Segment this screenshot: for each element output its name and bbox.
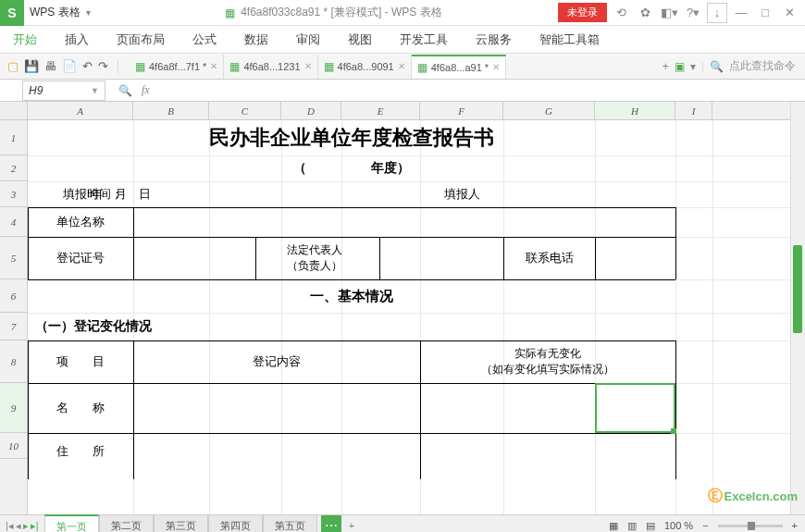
- row-header[interactable]: 3: [0, 181, 27, 207]
- row-header[interactable]: 6: [0, 279, 27, 313]
- help-icon[interactable]: ?▾: [683, 3, 703, 23]
- sheet-tab-3[interactable]: 第三页: [154, 514, 208, 532]
- col-header[interactable]: H: [595, 102, 675, 119]
- menu-review[interactable]: 审阅: [296, 31, 320, 48]
- menu-formula[interactable]: 公式: [192, 31, 217, 48]
- phone-label: 联系电话: [503, 237, 595, 279]
- name-box[interactable]: H9▼: [22, 80, 105, 101]
- app-name: WPS 表格: [24, 5, 86, 20]
- row-header[interactable]: 2: [0, 155, 27, 181]
- row-name-label: 名 称: [28, 383, 133, 433]
- row-header[interactable]: 1: [0, 120, 27, 155]
- skin-icon[interactable]: ◧▾: [659, 3, 679, 23]
- row-header[interactable]: 5: [0, 237, 27, 279]
- menu-data[interactable]: 数据: [244, 31, 268, 48]
- vertical-scrollbar[interactable]: [790, 102, 805, 514]
- sync-icon[interactable]: ⟲: [611, 3, 631, 23]
- sheet-first-icon[interactable]: |◂: [6, 520, 14, 532]
- col-header[interactable]: C: [209, 102, 281, 119]
- sheet-tab-2[interactable]: 第二页: [99, 514, 154, 532]
- window-title: ▦ 4f6a8f033c8a91 * [兼容模式] - WPS 表格: [109, 5, 558, 20]
- zoom-slider[interactable]: [718, 525, 783, 527]
- menu-tools[interactable]: 智能工具箱: [539, 31, 600, 48]
- save-icon[interactable]: 💾: [24, 59, 39, 73]
- view-layout-icon[interactable]: ▥: [627, 520, 637, 532]
- close-icon[interactable]: ✕: [398, 61, 405, 71]
- column-headers: A B C D E F G H I: [0, 102, 805, 120]
- sheet-tab-4[interactable]: 第四页: [208, 514, 263, 532]
- open-icon[interactable]: ▢: [7, 59, 19, 73]
- zoom-value[interactable]: 100 %: [664, 520, 693, 531]
- col-reg-label: 登记内容: [133, 340, 420, 383]
- scroll-thumb[interactable]: [793, 245, 802, 333]
- document-title: 4f6a8f033c8a91 * [兼容模式] - WPS 表格: [241, 5, 441, 20]
- col-header[interactable]: D: [281, 102, 341, 119]
- menu-start[interactable]: 开始: [13, 31, 37, 48]
- sheet-tab-1[interactable]: 第一页: [44, 514, 99, 533]
- add-icon[interactable]: +: [341, 520, 354, 531]
- maximize-icon[interactable]: □: [755, 3, 775, 23]
- sheet-next-icon[interactable]: ▸: [23, 520, 29, 532]
- col-header[interactable]: F: [420, 102, 503, 119]
- col-header[interactable]: A: [28, 102, 133, 119]
- watermark: ⒺExcelcn.com: [708, 487, 799, 506]
- year-label: （ 年度）: [28, 155, 675, 181]
- view-break-icon[interactable]: ▤: [646, 520, 655, 532]
- col-header[interactable]: I: [675, 102, 712, 119]
- settings-icon[interactable]: ✿: [635, 3, 655, 23]
- row-header[interactable]: 7: [0, 313, 27, 340]
- zoom-out-icon[interactable]: −: [702, 520, 708, 531]
- spreadsheet-grid[interactable]: A B C D E F G H I 1 2 3 4 5 6 7 8 9 10 民…: [0, 102, 805, 514]
- menu-view[interactable]: 视图: [348, 31, 372, 48]
- row-header[interactable]: 8: [0, 340, 27, 383]
- menu-insert[interactable]: 插入: [65, 31, 89, 48]
- sheet-last-icon[interactable]: ▸|: [31, 520, 39, 532]
- search-icon[interactable]: 🔍: [710, 60, 724, 73]
- sheet-prev-icon[interactable]: ◂: [16, 520, 21, 532]
- fx-label[interactable]: fx: [142, 83, 150, 97]
- col-header[interactable]: G: [503, 102, 595, 119]
- tab-menu-icon[interactable]: ▾: [690, 60, 696, 73]
- close-icon[interactable]: ✕: [492, 62, 500, 72]
- col-change-label: 实际有无变化（如有变化填写实际情况）: [420, 340, 675, 383]
- menu-dev[interactable]: 开发工具: [400, 31, 448, 48]
- view-normal-icon[interactable]: ▦: [609, 520, 618, 532]
- app-menu-dropdown[interactable]: ▾: [86, 7, 91, 18]
- doc-tab-4[interactable]: ▦4f6a8...a91 *✕: [412, 55, 506, 79]
- doc-tab-2[interactable]: ▦4f6a8...1231✕: [224, 55, 317, 79]
- menu-layout[interactable]: 页面布局: [117, 31, 165, 48]
- collapse-ribbon-icon[interactable]: ↓: [707, 3, 727, 23]
- col-header[interactable]: E: [341, 102, 420, 119]
- fx-search-icon[interactable]: 🔍: [118, 84, 132, 97]
- tab-list-icon[interactable]: ▣: [675, 60, 685, 73]
- login-status[interactable]: 未登录: [558, 3, 607, 22]
- close-icon[interactable]: ✕: [304, 61, 312, 71]
- col-header[interactable]: B: [133, 102, 209, 119]
- doc-title: 民办非企业单位年度检查报告书: [28, 120, 675, 155]
- row-header[interactable]: 10: [0, 433, 27, 459]
- close-icon[interactable]: ✕: [779, 3, 799, 23]
- unit-name-label: 单位名称: [28, 207, 133, 237]
- zoom-in-icon[interactable]: +: [792, 520, 798, 531]
- new-tab-icon[interactable]: +: [663, 60, 669, 73]
- sheet-tab-bar: |◂ ◂ ▸ ▸| 第一页 第二页 第三页 第四页 第五页 ⋯ + ▦ ▥ ▤ …: [0, 514, 805, 532]
- print-preview-icon[interactable]: 📄: [62, 59, 77, 73]
- minimize-icon[interactable]: —: [731, 3, 751, 23]
- doc-icon: ▦: [324, 60, 334, 73]
- sheet-tab-5[interactable]: 第五页: [263, 514, 317, 532]
- doc-tab-1[interactable]: ▦4f6a8f...7f1 *✕: [130, 55, 224, 79]
- redo-icon[interactable]: ↷: [98, 59, 108, 73]
- row-header[interactable]: 4: [0, 207, 27, 237]
- add-sheet-button[interactable]: ⋯: [321, 515, 341, 532]
- select-all[interactable]: [0, 102, 28, 119]
- row-header[interactable]: 9: [0, 383, 27, 433]
- print-icon[interactable]: 🖶: [44, 59, 56, 73]
- undo-icon[interactable]: ↶: [82, 59, 93, 73]
- menu-cloud[interactable]: 云服务: [476, 31, 512, 48]
- search-hint[interactable]: 点此查找命令: [729, 58, 796, 74]
- close-icon[interactable]: ✕: [210, 61, 217, 71]
- row-headers: 1 2 3 4 5 6 7 8 9 10: [0, 120, 28, 514]
- doc-tab-3[interactable]: ▦4f6a8...9091✕: [318, 55, 412, 79]
- reg-no-label: 登记证号: [28, 237, 133, 279]
- chevron-down-icon[interactable]: ▼: [91, 86, 99, 95]
